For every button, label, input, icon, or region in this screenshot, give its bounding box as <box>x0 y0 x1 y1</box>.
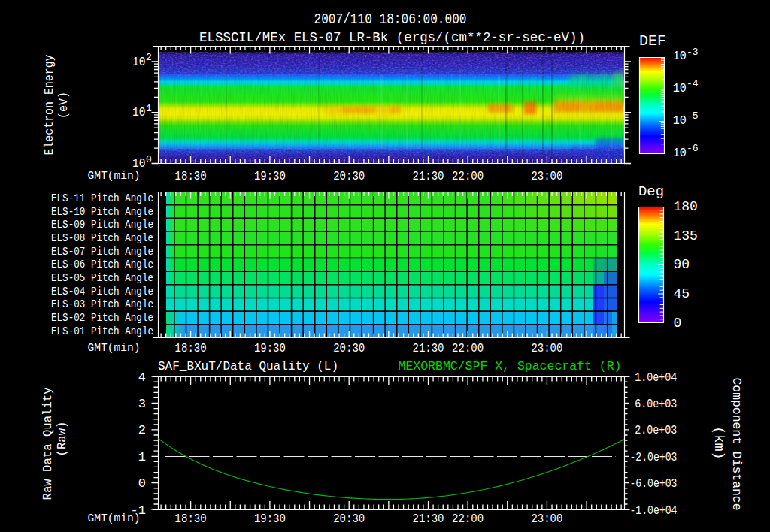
svg-text:10: 10 <box>132 56 146 69</box>
svg-text:Electron Energy: Electron Energy <box>43 54 56 155</box>
svg-text:GMT(min): GMT(min) <box>88 170 141 183</box>
svg-text:18:30: 18:30 <box>175 170 207 183</box>
svg-text:10: 10 <box>673 114 687 128</box>
svg-text:135: 135 <box>673 228 697 243</box>
svg-text:1: 1 <box>138 450 146 464</box>
svg-text:22:00: 22:00 <box>452 170 484 183</box>
svg-text:ELS-10 Pitch Angle: ELS-10 Pitch Angle <box>51 206 153 218</box>
svg-text:1: 1 <box>146 103 152 114</box>
svg-text:23:00: 23:00 <box>531 342 562 355</box>
svg-text:-1.0e+04: -1.0e+04 <box>629 504 677 518</box>
svg-text:ELS-02 Pitch Angle: ELS-02 Pitch Angle <box>51 312 153 324</box>
svg-text:4: 4 <box>138 370 146 385</box>
svg-text:(km): (km) <box>711 426 726 459</box>
svg-text:2: 2 <box>146 52 152 63</box>
svg-text:(Raw): (Raw) <box>56 422 69 457</box>
svg-text:18:30: 18:30 <box>175 512 207 526</box>
svg-text:Deg: Deg <box>638 183 664 200</box>
svg-text:23:00: 23:00 <box>531 512 562 526</box>
svg-text:22:00: 22:00 <box>452 512 484 526</box>
svg-text:6.0e+03: 6.0e+03 <box>635 397 677 411</box>
svg-text:ELS-04 Pitch Angle: ELS-04 Pitch Angle <box>51 286 153 298</box>
svg-text:GMT(min): GMT(min) <box>88 512 141 525</box>
svg-text:0: 0 <box>146 154 152 165</box>
svg-text:2.0e+03: 2.0e+03 <box>635 424 677 437</box>
svg-text:3: 3 <box>138 397 146 411</box>
svg-text:GMT(min): GMT(min) <box>88 342 141 355</box>
svg-text:Raw Data Quality: Raw Data Quality <box>41 387 55 500</box>
svg-text:45: 45 <box>673 286 690 301</box>
svg-text:-5: -5 <box>687 110 699 122</box>
svg-text:10: 10 <box>673 82 687 95</box>
svg-text:ELS-06 Pitch Angle: ELS-06 Pitch Angle <box>51 258 153 271</box>
svg-text:18:30: 18:30 <box>175 342 207 355</box>
svg-text:20:30: 20:30 <box>333 342 365 355</box>
svg-text:ELS-01 Pitch Angle: ELS-01 Pitch Angle <box>51 325 153 337</box>
svg-text:DEF: DEF <box>639 32 666 50</box>
svg-text:ELSSCIL/MEx ELS-07 LR-Bk (erg: ELSSCIL/MEx ELS-07 LR-Bk (ergs/(cm**2-sr… <box>199 30 585 45</box>
svg-text:-6.0e+03: -6.0e+03 <box>629 477 677 491</box>
svg-text:10: 10 <box>673 147 687 160</box>
svg-text:2: 2 <box>138 423 146 437</box>
svg-text:1.0e+04: 1.0e+04 <box>635 371 677 385</box>
svg-text:SAF_BXuT/Data Quality (L): SAF_BXuT/Data Quality (L) <box>158 359 338 373</box>
svg-text:-3: -3 <box>687 47 699 58</box>
svg-text:90: 90 <box>673 257 690 272</box>
svg-text:-4: -4 <box>687 78 699 89</box>
svg-text:Component Distance: Component Distance <box>729 378 743 511</box>
svg-text:21:30: 21:30 <box>413 342 444 355</box>
svg-text:(eV): (eV) <box>57 92 71 119</box>
svg-text:20:30: 20:30 <box>333 512 365 526</box>
svg-text:20:30: 20:30 <box>333 170 365 183</box>
svg-text:10: 10 <box>132 106 146 119</box>
svg-text:0: 0 <box>138 476 146 491</box>
svg-text:2007/110 18:06:00.000: 2007/110 18:06:00.000 <box>314 11 467 28</box>
svg-text:ELS-07 Pitch Angle: ELS-07 Pitch Angle <box>51 246 153 258</box>
svg-text:19:30: 19:30 <box>254 170 286 183</box>
svg-text:-6: -6 <box>687 143 699 154</box>
svg-text:ELS-05 Pitch Angle: ELS-05 Pitch Angle <box>51 272 153 284</box>
svg-text:MEXORBMC/SPF X, Spacecraft (R): MEXORBMC/SPF X, Spacecraft (R) <box>399 359 622 373</box>
svg-text:0: 0 <box>673 316 681 331</box>
svg-text:180: 180 <box>673 199 697 214</box>
svg-text:ELS-03 Pitch Angle: ELS-03 Pitch Angle <box>51 298 153 310</box>
svg-text:23:00: 23:00 <box>531 170 562 183</box>
svg-text:19:30: 19:30 <box>254 342 286 355</box>
svg-text:ELS-09 Pitch Angle: ELS-09 Pitch Angle <box>51 219 153 231</box>
svg-text:ELS-08 Pitch Angle: ELS-08 Pitch Angle <box>51 232 153 244</box>
svg-text:21:30: 21:30 <box>413 170 444 183</box>
svg-text:ELS-11 Pitch Angle: ELS-11 Pitch Angle <box>51 192 153 204</box>
svg-text:22:00: 22:00 <box>452 342 484 355</box>
svg-text:-2.0e+03: -2.0e+03 <box>629 451 677 464</box>
svg-text:10: 10 <box>132 157 146 171</box>
svg-text:10: 10 <box>673 50 687 63</box>
svg-text:19:30: 19:30 <box>254 512 286 526</box>
svg-text:21:30: 21:30 <box>413 512 444 526</box>
